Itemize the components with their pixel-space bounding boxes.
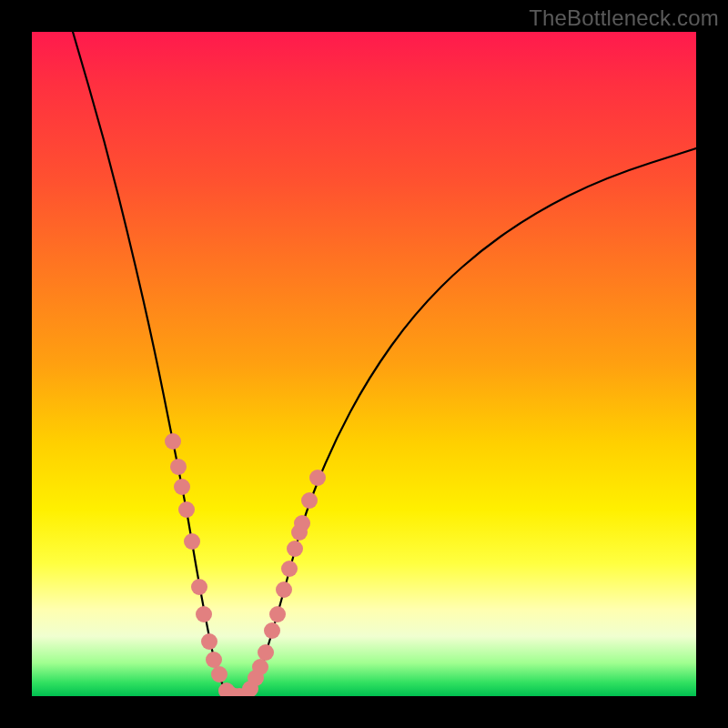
data-point <box>165 433 181 450</box>
watermark-label: TheBottleneck.com <box>529 5 719 31</box>
chart-svg <box>32 32 696 696</box>
data-point <box>294 515 310 531</box>
data-point <box>276 581 292 598</box>
data-markers <box>165 433 326 696</box>
plot-area <box>32 32 696 696</box>
data-point <box>252 659 268 675</box>
data-point <box>170 459 187 475</box>
data-point <box>301 492 318 509</box>
data-point <box>258 644 274 661</box>
chart-frame: TheBottleneck.com <box>0 0 728 728</box>
data-point <box>178 501 195 518</box>
data-point <box>264 622 280 639</box>
data-point <box>206 652 222 668</box>
right-curve <box>246 148 696 696</box>
data-point <box>174 479 190 495</box>
data-point <box>281 561 298 577</box>
data-point <box>269 606 286 622</box>
data-point <box>196 606 212 622</box>
left-curve <box>73 32 230 696</box>
data-point <box>287 541 303 557</box>
data-point <box>191 579 207 595</box>
data-point <box>309 470 326 486</box>
data-point <box>201 633 217 650</box>
data-point <box>184 533 200 550</box>
data-point <box>211 666 228 682</box>
